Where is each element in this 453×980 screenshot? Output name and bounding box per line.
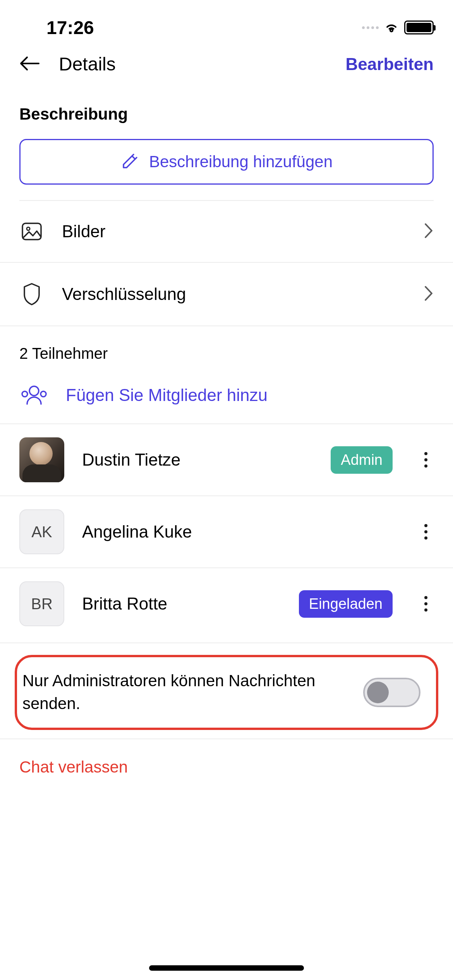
page-title: Details <box>59 53 116 75</box>
back-button[interactable] <box>19 56 39 73</box>
battery-icon <box>404 21 434 34</box>
images-row[interactable]: Bilder <box>0 201 453 263</box>
admin-only-toggle[interactable] <box>363 678 420 707</box>
pencil-icon <box>120 153 138 171</box>
home-indicator[interactable] <box>149 965 304 971</box>
member-name: Angelina Kuke <box>82 522 393 541</box>
invited-badge: Eingeladen <box>299 590 393 618</box>
image-icon <box>19 220 44 243</box>
member-row[interactable]: Dustin Tietze Admin <box>0 423 453 496</box>
images-label: Bilder <box>62 222 424 241</box>
arrow-left-icon <box>19 56 39 71</box>
svg-point-4 <box>41 391 46 397</box>
status-bar: 17:26 <box>0 0 453 46</box>
status-time: 17:26 <box>46 17 94 38</box>
member-row[interactable]: BR Britta Rotte Eingeladen <box>0 568 453 639</box>
svg-point-3 <box>22 391 27 397</box>
member-name: Britta Rotte <box>82 594 281 613</box>
admin-badge: Admin <box>331 446 393 474</box>
svg-point-1 <box>27 227 30 230</box>
more-menu-button[interactable] <box>418 596 434 612</box>
chevron-right-icon <box>424 285 434 303</box>
chevron-right-icon <box>424 223 434 240</box>
screen: { "status": { "time": "17:26" }, "nav": … <box>0 0 453 980</box>
people-plus-icon <box>19 385 48 406</box>
svg-point-2 <box>29 386 39 396</box>
svg-rect-0 <box>22 223 41 240</box>
add-description-label: Beschreibung hinzufügen <box>149 152 333 171</box>
more-menu-button[interactable] <box>418 524 434 540</box>
more-menu-button[interactable] <box>418 452 434 468</box>
add-members-button[interactable]: Fügen Sie Mitglieder hinzu <box>0 374 453 423</box>
admin-only-label: Nur Administratoren können Nachrichten s… <box>22 670 352 715</box>
edit-button[interactable]: Bearbeiten <box>346 55 434 74</box>
avatar: BR <box>19 581 64 626</box>
participants-count: 2 Teilnehmer <box>0 326 453 374</box>
member-name: Dustin Tietze <box>82 450 313 469</box>
shield-icon <box>19 282 44 306</box>
description-label: Beschreibung <box>0 82 453 135</box>
admin-only-toggle-row: Nur Administratoren können Nachrichten s… <box>15 655 438 730</box>
leave-chat-button[interactable]: Chat verlassen <box>0 738 453 795</box>
status-indicators <box>362 19 434 36</box>
encryption-label: Verschlüsselung <box>62 284 424 304</box>
signal-dots-icon <box>362 26 379 29</box>
member-row[interactable]: AK Angelina Kuke <box>0 496 453 568</box>
add-members-label: Fügen Sie Mitglieder hinzu <box>66 385 268 405</box>
navbar: Details Bearbeiten <box>0 46 453 82</box>
add-description-button[interactable]: Beschreibung hinzufügen <box>19 139 434 185</box>
wifi-icon <box>384 19 399 36</box>
avatar <box>19 437 64 482</box>
encryption-row[interactable]: Verschlüsselung <box>0 263 453 326</box>
avatar: AK <box>19 509 64 554</box>
